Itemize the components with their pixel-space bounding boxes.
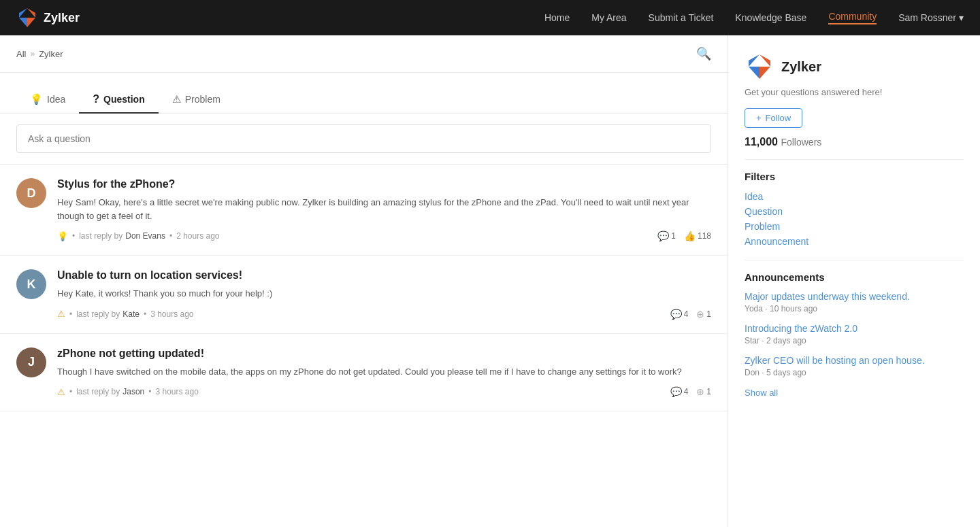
show-all-link[interactable]: Show all <box>745 388 778 398</box>
sidebar-brand: Zylker <box>745 52 964 82</box>
post-title[interactable]: zPhone not getting updated! <box>57 347 711 360</box>
like-count: 👍 118 <box>684 231 711 241</box>
announcement-item: Major updates underway this weekend. Yod… <box>745 291 964 313</box>
announcement-item: Zylker CEO will be hosting an open house… <box>745 355 964 377</box>
problem-icon: ⚠ <box>57 387 65 397</box>
announcement-meta: Yoda · 10 hours ago <box>745 304 964 313</box>
comment-count: 💬 1 <box>657 231 676 241</box>
announcement-link[interactable]: Introducing the zWatch 2.0 <box>745 323 964 334</box>
nav-my-area[interactable]: My Area <box>591 12 626 23</box>
breadcrumb-separator: » <box>30 49 35 58</box>
nav-community[interactable]: Community <box>828 11 877 24</box>
post-meta: ⚠ • last reply by Jason • 3 hours ago 💬 … <box>57 386 711 397</box>
post-excerpt: Though I have switched on the mobile dat… <box>57 365 711 379</box>
post-meta-right: 💬 4 ⊕ 1 <box>670 386 711 397</box>
tab-question[interactable]: ? Question <box>79 86 158 114</box>
tab-problem-label: Problem <box>185 94 220 105</box>
post-title[interactable]: Stylus for the zPhone? <box>57 178 711 190</box>
post-item: D Stylus for the zPhone? Hey Sam! Okay, … <box>0 165 728 256</box>
brand-logo[interactable]: Zylker <box>16 7 80 29</box>
alert-count: ⊕ 1 <box>696 309 711 320</box>
breadcrumb: All » Zylker <box>16 49 63 59</box>
post-author[interactable]: Jason <box>122 387 144 396</box>
filter-announcement[interactable]: Announcement <box>745 234 964 249</box>
post-excerpt: Hey Kate, it works! Thank you so much fo… <box>57 287 711 301</box>
search-icon: 🔍 <box>696 47 711 61</box>
post-tabs: 💡 Idea ? Question ⚠ Problem <box>0 73 728 114</box>
svg-marker-1 <box>19 8 27 18</box>
filters-title: Filters <box>745 171 964 182</box>
alert-count: ⊕ 1 <box>696 386 711 397</box>
breadcrumb-bar: All » Zylker 🔍 <box>0 35 728 73</box>
sidebar-divider-2 <box>745 260 964 260</box>
announcements-title: Announcements <box>745 271 964 283</box>
avatar: K <box>16 269 46 299</box>
followers-label: Followers <box>781 137 821 148</box>
post-item: K Unable to turn on location services! H… <box>0 256 728 334</box>
zylker-logo-icon <box>16 7 38 29</box>
post-body: Stylus for the zPhone? Hey Sam! Okay, he… <box>57 178 711 241</box>
main-content: All » Zylker 🔍 💡 Idea ? Question ⚠ Probl… <box>0 35 728 527</box>
post-meta-right: 💬 1 👍 118 <box>657 231 711 241</box>
tab-idea[interactable]: 💡 Idea <box>16 86 79 114</box>
sidebar: Zylker Get your questions answered here!… <box>728 35 980 527</box>
post-time: 3 hours ago <box>155 387 198 396</box>
announcement-meta: Star · 2 days ago <box>745 336 964 345</box>
nav-user[interactable]: Sam Rossner ▾ <box>898 12 964 23</box>
breadcrumb-all[interactable]: All <box>16 49 26 59</box>
svg-marker-2 <box>19 18 27 27</box>
filter-idea[interactable]: Idea <box>745 189 964 204</box>
post-item: J zPhone not getting updated! Though I h… <box>0 334 728 412</box>
post-body: Unable to turn on location services! Hey… <box>57 269 711 320</box>
tab-question-label: Question <box>103 94 145 105</box>
sidebar-brand-name: Zylker <box>781 59 821 75</box>
navbar: Zylker Home My Area Submit a Ticket Know… <box>0 0 980 35</box>
announcement-item: Introducing the zWatch 2.0 Star · 2 days… <box>745 323 964 345</box>
tab-problem[interactable]: ⚠ Problem <box>159 86 234 114</box>
tab-idea-label: Idea <box>47 94 65 105</box>
svg-marker-0 <box>27 8 35 18</box>
post-author[interactable]: Don Evans <box>125 231 165 241</box>
post-meta-right: 💬 4 ⊕ 1 <box>670 309 711 320</box>
followers-count: 11,000 Followers <box>745 136 964 148</box>
follow-button[interactable]: + Follow <box>745 108 802 128</box>
post-time: 3 hours ago <box>150 309 193 319</box>
post-body: zPhone not getting updated! Though I hav… <box>57 347 711 398</box>
sidebar-divider <box>745 159 964 160</box>
comment-icon: 💬 <box>670 386 682 397</box>
announcement-link[interactable]: Major updates underway this weekend. <box>745 291 964 302</box>
nav-knowledge-base[interactable]: Knowledge Base <box>735 12 806 23</box>
follow-label: Follow <box>766 113 791 123</box>
search-button[interactable]: 🔍 <box>696 46 711 61</box>
comment-count: 💬 4 <box>670 309 689 320</box>
question-tab-icon: ? <box>93 93 99 105</box>
problem-tab-icon: ⚠ <box>172 93 181 105</box>
post-title[interactable]: Unable to turn on location services! <box>57 269 711 282</box>
idea-tab-icon: 💡 <box>30 93 43 105</box>
announcement-meta: Don · 5 days ago <box>745 368 964 377</box>
filter-question[interactable]: Question <box>745 204 964 219</box>
nav-submit-ticket[interactable]: Submit a Ticket <box>649 12 714 23</box>
breadcrumb-current: Zylker <box>39 49 63 59</box>
svg-marker-6 <box>749 67 760 79</box>
avatar: J <box>16 347 46 377</box>
filter-problem[interactable]: Problem <box>745 219 964 234</box>
comment-icon: 💬 <box>670 309 682 320</box>
svg-marker-3 <box>27 18 35 27</box>
follow-plus-icon: + <box>756 113 762 123</box>
post-excerpt: Hey Sam! Okay, here's a little secret we… <box>57 196 711 222</box>
avatar: D <box>16 178 46 208</box>
ask-input-section <box>0 114 728 165</box>
idea-icon: 💡 <box>57 231 68 241</box>
nav-home[interactable]: Home <box>544 12 570 23</box>
announcement-link[interactable]: Zylker CEO will be hosting an open house… <box>745 355 964 366</box>
alert-icon: ⊕ <box>696 386 704 397</box>
nav-items: Home My Area Submit a Ticket Knowledge B… <box>544 11 964 24</box>
svg-marker-4 <box>760 54 770 67</box>
post-meta-left: ⚠ • last reply by Kate • 3 hours ago <box>57 309 194 319</box>
comment-count: 💬 4 <box>670 386 689 397</box>
ask-input[interactable] <box>16 124 711 153</box>
sidebar-tagline: Get your questions answered here! <box>745 87 964 97</box>
post-author[interactable]: Kate <box>122 309 140 319</box>
post-meta-left: 💡 • last reply by Don Evans • 2 hours ag… <box>57 231 220 241</box>
